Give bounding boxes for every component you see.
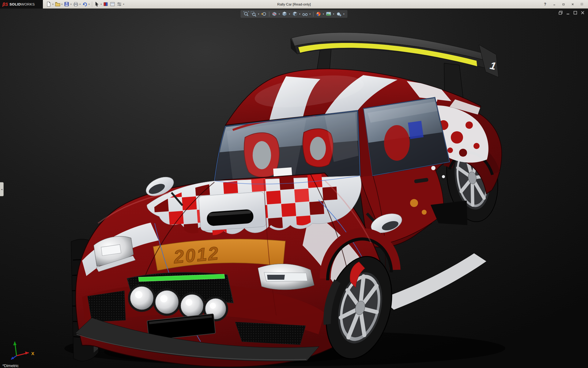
- print-button[interactable]: [73, 1, 79, 7]
- minimize-icon: [553, 2, 556, 6]
- display-style-button[interactable]: [292, 11, 298, 17]
- new-document-icon: [46, 2, 51, 7]
- options-sliders-icon: [117, 2, 122, 7]
- dropdown-arrow[interactable]: ▾: [123, 3, 125, 5]
- printer-icon: [73, 2, 78, 7]
- hide-show-glasses-icon: [302, 11, 308, 17]
- heads-up-view-toolbar: ▾ ▾ ▾ ▾: [240, 10, 347, 18]
- color-swatch-button[interactable]: [103, 1, 109, 7]
- close-icon: [571, 2, 574, 6]
- dropdown-arrow[interactable]: ▾: [278, 13, 281, 15]
- toolbar-separator: [269, 12, 269, 17]
- view-orientation-label: *Dimetric: [2, 363, 19, 368]
- dropdown-arrow[interactable]: ▾: [333, 13, 335, 15]
- graphics-area[interactable]: 1: [0, 9, 588, 368]
- brand-works: WORKS: [21, 2, 35, 6]
- select-button[interactable]: [94, 1, 100, 7]
- design-table-icon: [110, 2, 115, 7]
- help-button[interactable]: ?: [542, 1, 548, 7]
- doc-maximize-button[interactable]: [573, 10, 578, 15]
- edit-appearance-button[interactable]: [315, 11, 322, 17]
- section-view-button[interactable]: [271, 11, 277, 17]
- new-document-button[interactable]: [45, 1, 52, 7]
- dropdown-arrow[interactable]: ▾: [79, 3, 81, 5]
- hide-show-items-button[interactable]: [302, 11, 308, 17]
- view-settings-icon: [336, 11, 342, 17]
- view-orientation-button[interactable]: [281, 11, 288, 17]
- triad-x-label: X: [31, 351, 34, 356]
- right-headlight[interactable]: [258, 264, 314, 289]
- solidworks-window: βS SOLIDWORKS ▾ ▾ ▾: [0, 0, 588, 368]
- dropdown-arrow[interactable]: ▾: [299, 13, 301, 15]
- restore-icon: [562, 2, 565, 6]
- options-button[interactable]: [116, 1, 123, 7]
- dropdown-arrow[interactable]: ▾: [88, 3, 90, 5]
- open-button[interactable]: [55, 1, 61, 7]
- zoom-to-fit-icon: [243, 11, 249, 17]
- solidworks-logo: βS SOLIDWORKS: [0, 0, 43, 9]
- doc-restore-icon: [558, 10, 563, 15]
- close-button[interactable]: [570, 1, 576, 7]
- open-folder-icon: [55, 2, 60, 7]
- dropdown-arrow[interactable]: ▾: [70, 3, 72, 5]
- zoom-to-fit-button[interactable]: [243, 11, 249, 17]
- dropdown-arrow[interactable]: ▾: [288, 13, 291, 15]
- titlebar: βS SOLIDWORKS ▾ ▾ ▾: [0, 0, 588, 9]
- undo-button[interactable]: [81, 1, 88, 7]
- layout-grid-icon: [581, 2, 583, 6]
- left-intake: [88, 291, 126, 322]
- previous-view-button[interactable]: [261, 11, 267, 17]
- side-window[interactable]: [363, 98, 450, 176]
- hood-scoop[interactable]: [198, 192, 266, 231]
- feature-panel-collapse-tab[interactable]: ◄: [0, 182, 4, 196]
- standard-toolbar: ▾ ▾ ▾ ▾ ▾: [43, 1, 125, 7]
- center-intake: [235, 322, 306, 345]
- window-controls: ?: [542, 1, 588, 7]
- apply-scene-icon: [326, 11, 332, 17]
- brand-text: SOLIDWORKS: [9, 2, 35, 6]
- color-swatch-icon: [103, 2, 108, 7]
- dropdown-arrow[interactable]: ▾: [309, 13, 311, 15]
- save-floppy-icon: [64, 2, 69, 7]
- 3ds-logo-icon: βS: [2, 2, 8, 6]
- save-button[interactable]: [63, 1, 70, 7]
- display-style-icon: [292, 11, 298, 17]
- brand-solid: SOLID: [9, 2, 21, 6]
- edit-appearance-ball-icon: [315, 11, 321, 17]
- dropdown-arrow[interactable]: ▾: [100, 3, 103, 5]
- zoom-to-area-icon: [251, 11, 256, 17]
- rally-car-model[interactable]: 1: [0, 9, 588, 368]
- dropdown-arrow[interactable]: ▾: [52, 3, 54, 5]
- doc-close-button[interactable]: [580, 10, 585, 15]
- restore-button[interactable]: [560, 1, 567, 7]
- doc-maximize-icon: [573, 10, 578, 15]
- section-view-icon: [271, 11, 277, 17]
- toolbar-separator: [313, 12, 313, 17]
- view-orientation-cube-icon: [281, 11, 287, 17]
- dropdown-arrow[interactable]: ▾: [343, 13, 345, 15]
- toolbar-separator: [92, 2, 92, 7]
- view-settings-button[interactable]: [336, 11, 342, 17]
- doc-restore-button[interactable]: [558, 10, 563, 15]
- hood-year-text: 2012: [173, 243, 221, 267]
- dropdown-arrow[interactable]: ▾: [61, 3, 63, 5]
- select-cursor-icon: [94, 2, 100, 7]
- design-table-button[interactable]: [109, 1, 116, 7]
- dropdown-arrow[interactable]: ▾: [322, 13, 325, 15]
- minimize-button[interactable]: [551, 1, 557, 7]
- document-window-controls: [558, 10, 585, 15]
- dropdown-arrow[interactable]: ▾: [258, 13, 260, 15]
- undo-arrow-icon: [82, 2, 87, 7]
- layout-grid-button[interactable]: [579, 1, 585, 7]
- doc-minimize-icon: [566, 10, 570, 15]
- zoom-to-area-button[interactable]: [250, 11, 257, 17]
- doc-close-icon: [580, 10, 585, 15]
- reference-triad: X: [4, 334, 37, 361]
- previous-view-icon: [261, 11, 267, 17]
- apply-scene-button[interactable]: [326, 11, 332, 17]
- doc-minimize-button[interactable]: [566, 10, 570, 15]
